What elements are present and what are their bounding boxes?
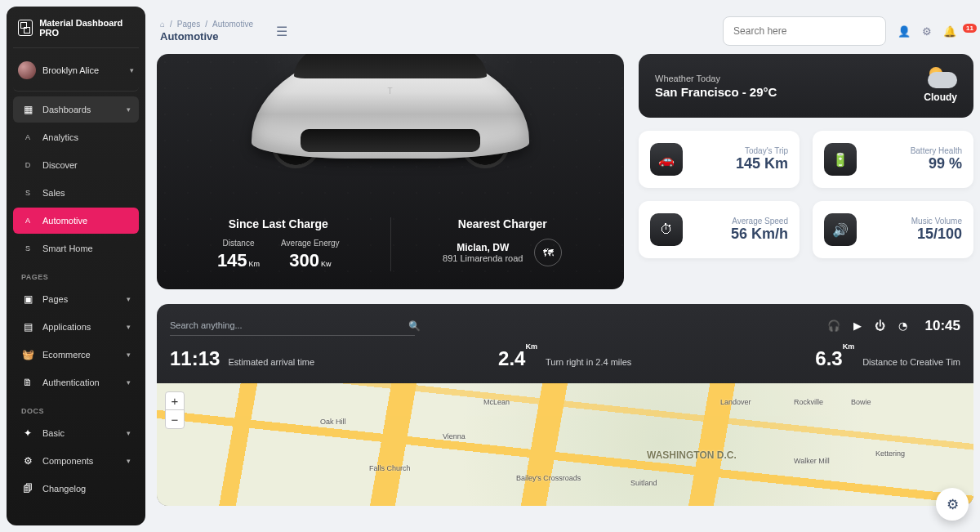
section-title-docs: DOCS	[21, 407, 131, 415]
charger-address: 891 Limarenda road	[443, 253, 523, 263]
eta-value: 11:13	[170, 347, 220, 370]
sidebar-item-discover[interactable]: D Discover	[13, 152, 139, 178]
brand-title: Material Dashboard PRO	[39, 18, 134, 38]
home-icon[interactable]: ⌂	[160, 20, 165, 29]
map-pin-button[interactable]: 🗺	[534, 239, 562, 266]
map[interactable]: + − WASHINGTON D.C. Rockville Oak Hill M…	[157, 383, 973, 506]
map-label: Vienna	[443, 432, 466, 440]
sidebar-item-smart-home[interactable]: S Smart Home	[13, 235, 139, 262]
stat-battery: 🔋 Battery Health 99 %	[813, 131, 973, 188]
sidebar-item-sales[interactable]: S Sales	[13, 180, 139, 206]
search-input[interactable]	[723, 16, 886, 46]
play-icon[interactable]: ▶	[853, 320, 862, 332]
map-label: Bailey's Crossroads	[516, 474, 581, 482]
chevron-down-icon: ▾	[127, 323, 131, 331]
sidebar-item-authentication[interactable]: 🗎 Authentication ▾	[13, 369, 139, 396]
sidebar-item-automotive[interactable]: A Automotive	[13, 208, 139, 234]
speed-icon: ⏱	[650, 213, 683, 246]
stat-label: Battery Health	[911, 146, 962, 155]
sidebar: Material Dashboard PRO Brooklyn Alice ▾ …	[7, 7, 145, 525]
chevron-down-icon: ▾	[127, 105, 131, 114]
map-label: Oak Hill	[320, 418, 346, 426]
stat-label: Music Volume	[911, 217, 962, 226]
sidebar-item-label: Authentication	[42, 378, 118, 387]
sidebar-item-basic[interactable]: ✦ Basic ▾	[13, 420, 139, 446]
weather-icon	[921, 69, 957, 90]
car-image: T	[219, 54, 562, 180]
map-label: Bowie	[851, 398, 871, 406]
dist-value: 6.3	[815, 347, 842, 369]
menu-toggle-icon[interactable]: ☰	[276, 24, 287, 39]
account-icon[interactable]: 👤	[898, 25, 911, 38]
sidebar-item-changelog[interactable]: 🗐 Changelog	[13, 476, 139, 502]
dist-unit: Km	[843, 342, 855, 351]
sidebar-item-label: Analytics	[42, 132, 131, 142]
sidebar-item-pages[interactable]: ▣ Pages ▾	[13, 286, 139, 312]
stat-trip: 🚗 Today's Trip 145 Km	[639, 131, 800, 188]
letter-icon: A	[21, 214, 34, 227]
distance-label: Distance	[217, 239, 260, 248]
sidebar-item-dashboards[interactable]: ▦ Dashboards ▾	[13, 96, 139, 123]
chevron-down-icon: ▾	[127, 378, 131, 387]
turn-label: Turn right in 2.4 miles	[546, 357, 631, 367]
user-name: Brooklyn Alice	[42, 65, 123, 75]
topbar-actions: 👤 ⚙ 🔔11	[898, 25, 970, 38]
clock-icon[interactable]: ◔	[898, 320, 907, 332]
image-icon: ▣	[21, 293, 34, 306]
navigation-card: 🔍 🎧 ▶ ⏻ ◔ 10:45 11:13 Estimated arrival …	[157, 304, 973, 506]
rocket-icon: ✦	[21, 427, 34, 440]
grid-icon: ▤	[21, 320, 34, 333]
notification-badge: 11	[963, 24, 977, 33]
letter-icon: D	[21, 159, 34, 172]
power-icon[interactable]: ⏻	[875, 320, 885, 332]
stat-label: Today's Trip	[736, 146, 788, 155]
crumb-pages[interactable]: Pages	[177, 20, 200, 29]
map-label: Landover	[720, 398, 751, 406]
turn-value: 2.4	[498, 347, 525, 369]
weather-card: Wheather Today San Francisco - 29°C Clou…	[639, 54, 973, 118]
sidebar-item-components[interactable]: ⚙ Components ▾	[13, 448, 139, 474]
nav-dashboards: ▦ Dashboards ▾ A Analytics D Discover S …	[13, 96, 139, 262]
settings-icon[interactable]: ⚙	[922, 25, 932, 38]
stat-value: 56 Km/h	[731, 226, 788, 243]
energy-label: Average Energy	[281, 239, 340, 248]
components-icon: ⚙	[21, 454, 34, 467]
sidebar-item-label: Automotive	[42, 216, 131, 226]
map-icon: 🗺	[543, 247, 554, 259]
weather-desc: Cloudy	[924, 92, 957, 103]
nav-search-input[interactable]	[170, 315, 415, 336]
breadcrumb: ⌂ / Pages / Automotive Automotive	[160, 20, 253, 42]
distance-unit: Km	[249, 260, 261, 268]
notifications-icon[interactable]: 🔔11	[943, 25, 970, 38]
map-label: Kettering	[875, 449, 905, 458]
page-title: Automotive	[160, 30, 253, 42]
battery-icon: 🔋	[824, 143, 857, 176]
map-label: Rockville	[794, 398, 823, 406]
energy-value: 300	[289, 250, 319, 270]
chevron-down-icon: ▾	[127, 457, 131, 465]
weather-value: San Francisco - 29°C	[655, 85, 777, 99]
letter-icon: S	[21, 186, 34, 199]
map-label: Falls Church	[369, 464, 411, 472]
crumb-current: Automotive	[212, 20, 253, 29]
sidebar-item-label: Sales	[42, 188, 131, 198]
settings-fab[interactable]: ⚙	[936, 488, 969, 521]
energy-unit: Kw	[321, 260, 332, 268]
sidebar-item-label: Components	[42, 456, 118, 466]
sidebar-item-applications[interactable]: ▤ Applications ▾	[13, 314, 139, 340]
zoom-out-button[interactable]: −	[166, 410, 184, 428]
since-charge-title: Since Last Charge	[178, 217, 379, 230]
map-label: McLean	[483, 398, 510, 406]
headphones-icon[interactable]: 🎧	[827, 320, 840, 332]
stat-value: 145 Km	[736, 155, 788, 172]
brand-icon	[18, 20, 33, 36]
sidebar-item-analytics[interactable]: A Analytics	[13, 124, 139, 150]
sidebar-item-label: Dashboards	[42, 105, 118, 114]
sidebar-item-ecommerce[interactable]: 🧺 Ecommerce ▾	[13, 342, 139, 368]
brand-row[interactable]: Material Dashboard PRO	[13, 18, 139, 48]
user-menu[interactable]: Brooklyn Alice ▾	[13, 56, 139, 92]
sidebar-item-label: Changelog	[42, 484, 131, 494]
sidebar-item-label: Discover	[42, 160, 131, 170]
zoom-in-button[interactable]: +	[166, 392, 184, 410]
search-icon[interactable]: 🔍	[408, 320, 421, 332]
